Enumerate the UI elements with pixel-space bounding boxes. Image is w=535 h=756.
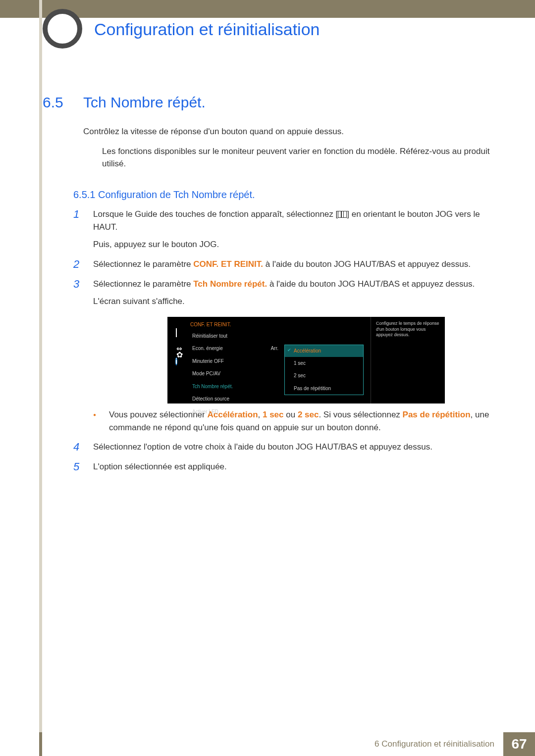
- text-fragment: Sélectionnez le paramètre: [93, 279, 193, 289]
- osd-icon-column: i: [167, 317, 185, 403]
- osd-submenu: Accélération 1 sec 2 sec Pas de répétiti…: [284, 345, 364, 395]
- footer-rail-accent: [39, 732, 42, 756]
- step-1: 1 Lorsque le Guide des touches de foncti…: [73, 208, 495, 255]
- osd-menu: CONF. ET REINIT. Réinitialiser tout Econ…: [185, 317, 371, 403]
- step-text: Lorsque le Guide des touches de fonction…: [93, 208, 495, 234]
- step-number: 2: [73, 258, 93, 275]
- step-5: 5 L'option sélectionnée est appliquée.: [73, 460, 495, 477]
- osd-menu-title: CONF. ET REINIT.: [188, 320, 371, 330]
- chapter-title: Configuration et réinitialisation: [94, 20, 320, 39]
- text-fragment: Lorsque le Guide des touches de fonction…: [93, 209, 338, 219]
- bullet-icon: ●: [93, 408, 109, 435]
- step-number: 5: [73, 460, 93, 477]
- top-bar: [0, 0, 535, 18]
- step-2: 2 Sélectionnez le paramètre CONF. ET REI…: [73, 258, 495, 275]
- osd-item: Activer LED: [188, 405, 282, 418]
- subsection-heading: 6.5.1 Configuration de Tch Nombre répét.: [73, 189, 255, 201]
- osd-item: Econ. énergieArr.: [188, 342, 282, 355]
- osd-submenu-item: 1 sec: [285, 357, 363, 370]
- step-4: 4 Sélectionnez l'option de votre choix à…: [73, 441, 495, 457]
- highlight: CONF. ET REINIT.: [193, 259, 263, 269]
- osd-item: Minuterie OFF: [188, 355, 282, 368]
- osd-item: Mode PC/AV: [188, 367, 282, 380]
- step-text: L'option sélectionnée est appliquée.: [93, 460, 227, 473]
- chapter-badge-icon: [43, 9, 82, 49]
- intro-paragraph: Contrôlez la vitesse de réponse d'un bou…: [83, 126, 495, 138]
- left-margin-rail: [39, 0, 42, 756]
- text-fragment: à l'aide du bouton JOG HAUT/BAS et appuy…: [263, 259, 471, 269]
- osd-screenshot: i CONF. ET REINIT. Réinitialiser tout Ec…: [167, 317, 495, 403]
- step-number: 1: [73, 208, 93, 255]
- osd-item: Réinitialiser tout: [188, 330, 282, 343]
- text-fragment: Sélectionnez le paramètre: [93, 259, 193, 269]
- bullet-item: ● Vous pouvez sélectionner Accélération,…: [93, 408, 495, 435]
- step-3: 3 Sélectionnez le paramètre Tch Nombre r…: [73, 278, 495, 437]
- osd-help-text: Configurez le temps de réponse d'un bout…: [371, 317, 445, 403]
- osd-item-selected: Tch Nombre répét.: [188, 380, 282, 393]
- bullet-text: Vous pouvez sélectionner Accélération, 1…: [109, 408, 495, 435]
- step-text: Puis, appuyez sur le bouton JOG.: [93, 238, 495, 251]
- section-number: 6.5: [43, 94, 77, 111]
- menu-icon: [338, 211, 347, 218]
- section-title: Tch Nombre répét.: [83, 94, 206, 111]
- step-text: L'écran suivant s'affiche.: [93, 295, 495, 308]
- step-text: Sélectionnez l'option de votre choix à l…: [93, 441, 432, 454]
- text-fragment: à l'aide du bouton JOG HAUT/BAS et appuy…: [267, 279, 475, 289]
- window-icon: [176, 328, 177, 339]
- step-number: 4: [73, 441, 93, 457]
- page-footer: 6 Configuration et réinitialisation 67: [0, 732, 535, 756]
- osd-submenu-item: Pas de répétition: [285, 382, 363, 395]
- steps-list: 1 Lorsque le Guide des touches de foncti…: [73, 208, 495, 480]
- osd-item: Détection source: [188, 393, 282, 405]
- step-text: Sélectionnez le paramètre Tch Nombre rép…: [93, 278, 495, 291]
- step-text: Sélectionnez le paramètre CONF. ET REINI…: [93, 258, 471, 271]
- footer-chapter-label: 6 Configuration et réinitialisation: [366, 732, 503, 756]
- step-number: 3: [73, 278, 93, 437]
- osd-submenu-item: 2 sec: [285, 369, 363, 382]
- osd-submenu-selected: Accélération: [285, 345, 363, 357]
- footer-page-number: 67: [503, 732, 535, 756]
- highlight: Tch Nombre répét.: [193, 279, 267, 289]
- note-paragraph: Les fonctions disponibles sur le moniteu…: [102, 146, 495, 170]
